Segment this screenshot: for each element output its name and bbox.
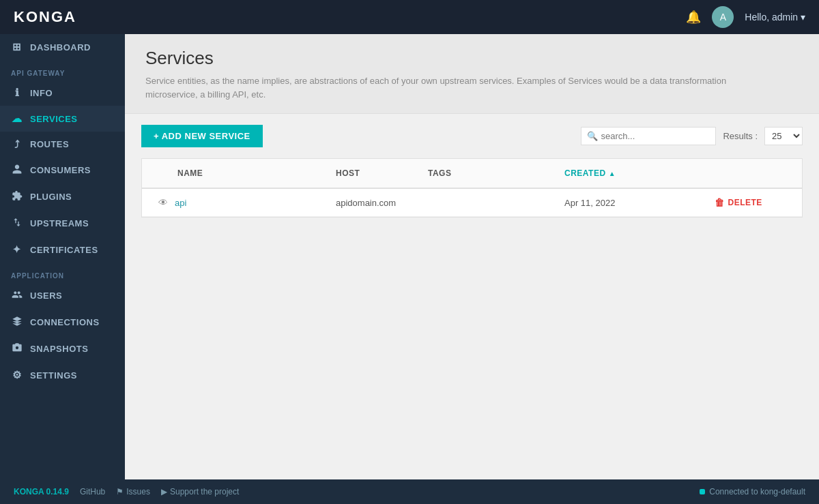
col-header-host: HOST — [330, 159, 422, 188]
search-wrap: 🔍 — [581, 127, 716, 145]
footer-version: KONGA 0.14.9 — [14, 487, 69, 496]
issues-icon: ⚑ — [116, 487, 124, 496]
footer-left: KONGA 0.14.9 GitHub ⚑ Issues ▶ Support t… — [14, 487, 239, 496]
footer-right: Connected to kong-default — [700, 487, 805, 496]
col-header-tags: TAGS — [422, 159, 559, 188]
upstreams-icon — [11, 217, 23, 230]
add-service-button[interactable]: + ADD NEW SERVICE — [141, 125, 263, 147]
results-per-page-select[interactable]: 25 50 100 — [764, 127, 803, 145]
services-table: NAME HOST TAGS CREATED ▲ 👁 — [141, 158, 803, 218]
logo: KONGA — [14, 8, 76, 26]
trash-icon: 🗑 — [715, 197, 725, 208]
user-menu[interactable]: Hello, admin ▾ — [745, 12, 805, 23]
sidebar: ⊞ DASHBOARD API GATEWAY ℹ INFO ☁ SERVICE… — [0, 34, 125, 479]
connections-icon — [11, 316, 23, 329]
service-name-link[interactable]: api — [175, 198, 186, 208]
certificates-icon: ✦ — [11, 243, 23, 256]
support-icon: ▶ — [161, 487, 167, 496]
support-link[interactable]: ▶ Support the project — [161, 487, 239, 496]
col-header-actions — [709, 159, 791, 188]
snapshots-icon — [11, 342, 23, 355]
sidebar-section-api-gateway: API GATEWAY — [0, 60, 125, 80]
header-right: 🔔 A Hello, admin ▾ — [686, 6, 805, 28]
col-header-name: NAME — [153, 159, 330, 188]
sidebar-item-plugins[interactable]: PLUGINS — [0, 183, 125, 210]
plugins-icon — [11, 190, 23, 203]
dashboard-icon: ⊞ — [11, 41, 23, 53]
sidebar-item-info[interactable]: ℹ INFO — [0, 80, 125, 106]
search-icon: 🔍 — [587, 131, 598, 141]
connected-label: Connected to kong-default — [709, 487, 805, 496]
cell-host: apidomain.com — [330, 190, 422, 216]
services-icon: ☁ — [11, 113, 23, 125]
cell-created: Apr 11, 2022 — [559, 190, 709, 216]
users-icon — [11, 289, 23, 302]
page-title: Services — [145, 48, 799, 69]
cell-name: 👁 api — [153, 189, 330, 216]
delete-service-button[interactable]: 🗑 DELETE — [715, 197, 762, 208]
sidebar-item-settings[interactable]: ⚙ SETTINGS — [0, 362, 125, 388]
main-content: Services Service entities, as the name i… — [125, 34, 819, 479]
sort-arrow-icon: ▲ — [609, 170, 616, 177]
table-header: NAME HOST TAGS CREATED ▲ — [142, 159, 802, 189]
avatar: A — [712, 6, 734, 28]
sidebar-item-upstreams[interactable]: UPSTREAMS — [0, 210, 125, 237]
sidebar-item-routes[interactable]: ⤴ ROUTES — [0, 132, 125, 157]
settings-icon: ⚙ — [11, 369, 23, 381]
sidebar-item-snapshots[interactable]: SNAPSHOTS — [0, 336, 125, 362]
header: KONGA 🔔 A Hello, admin ▾ — [0, 0, 819, 34]
sidebar-item-services[interactable]: ☁ SERVICES — [0, 106, 125, 132]
table-row: 👁 api apidomain.com Apr 11, 2022 🗑 DELET… — [142, 189, 802, 217]
col-header-created[interactable]: CREATED ▲ — [559, 159, 709, 188]
toolbar-right: 🔍 Results : 25 50 100 — [581, 127, 803, 145]
bell-icon[interactable]: 🔔 — [686, 10, 701, 25]
page-description: Service entities, as the name implies, a… — [145, 74, 760, 101]
cell-tags — [422, 194, 559, 211]
footer: KONGA 0.14.9 GitHub ⚑ Issues ▶ Support t… — [0, 479, 819, 504]
view-icon[interactable]: 👁 — [158, 197, 168, 208]
results-label: Results : — [723, 131, 758, 141]
github-link[interactable]: GitHub — [80, 487, 105, 496]
sidebar-section-application: APPLICATION — [0, 263, 125, 282]
sidebar-item-users[interactable]: USERS — [0, 282, 125, 309]
connected-indicator — [700, 489, 705, 494]
sidebar-item-connections[interactable]: CONNECTIONS — [0, 309, 125, 336]
cell-actions: 🗑 DELETE — [709, 189, 791, 216]
page-header: Services Service entities, as the name i… — [125, 34, 819, 114]
toolbar: + ADD NEW SERVICE 🔍 Results : 25 50 100 — [125, 114, 819, 158]
consumers-icon — [11, 164, 23, 177]
issues-link[interactable]: ⚑ Issues — [116, 487, 150, 496]
info-icon: ℹ — [11, 87, 23, 99]
search-input[interactable] — [601, 131, 710, 141]
sidebar-item-certificates[interactable]: ✦ CERTIFICATES — [0, 237, 125, 263]
sidebar-item-consumers[interactable]: CONSUMERS — [0, 157, 125, 183]
routes-icon: ⤴ — [11, 138, 23, 150]
sidebar-item-dashboard[interactable]: ⊞ DASHBOARD — [0, 34, 125, 60]
